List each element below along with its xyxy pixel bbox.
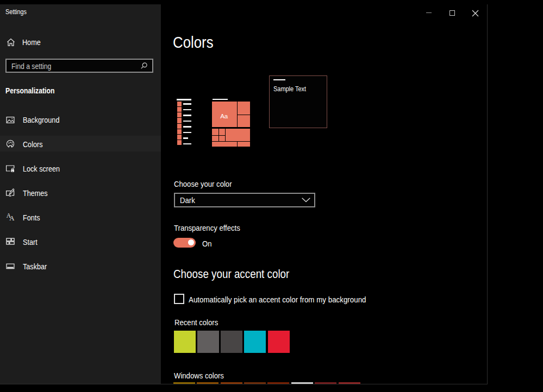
svg-text:A: A — [9, 214, 15, 222]
